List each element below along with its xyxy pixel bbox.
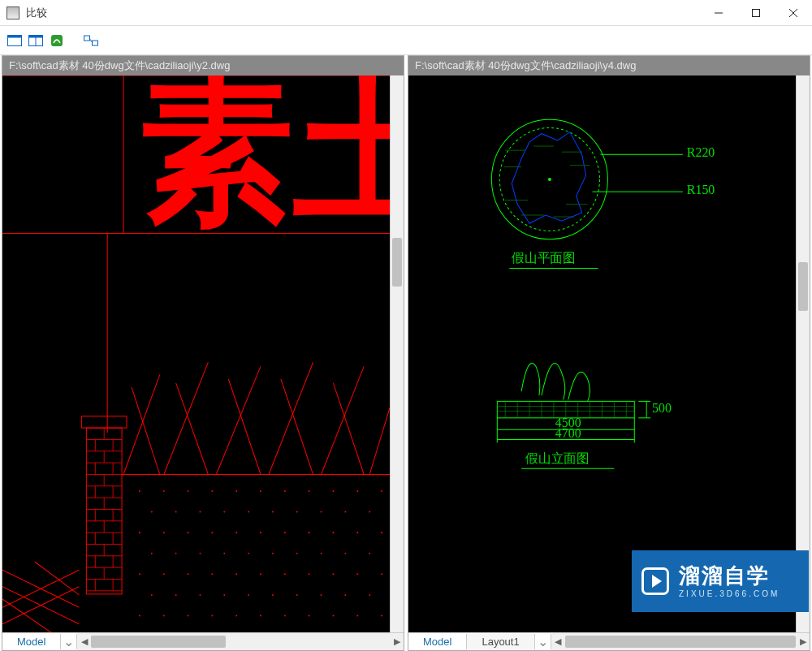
svg-point-126 xyxy=(321,594,322,596)
maximize-button[interactable] xyxy=(737,1,775,25)
svg-line-56 xyxy=(164,362,209,474)
toolbar xyxy=(0,26,812,55)
left-tabs: Model ⌄ xyxy=(2,633,77,650)
svg-point-91 xyxy=(235,532,237,533)
svg-point-116 xyxy=(332,573,334,575)
minimize-button[interactable] xyxy=(700,1,737,25)
svg-point-128 xyxy=(369,594,370,596)
tab-dropdown-icon[interactable]: ⌄ xyxy=(535,634,551,649)
window-controls xyxy=(700,1,812,25)
svg-point-117 xyxy=(356,573,358,575)
close-button[interactable] xyxy=(775,1,812,25)
svg-text:4700: 4700 xyxy=(555,426,581,440)
svg-line-62 xyxy=(322,366,365,474)
svg-point-66 xyxy=(139,490,140,492)
svg-point-114 xyxy=(284,573,286,575)
svg-point-98 xyxy=(151,553,153,554)
svg-point-99 xyxy=(175,553,177,554)
svg-point-107 xyxy=(369,553,370,554)
svg-line-63 xyxy=(333,383,364,475)
svg-point-103 xyxy=(272,553,274,554)
layout-single-icon[interactable] xyxy=(6,32,23,49)
svg-point-111 xyxy=(211,573,213,575)
svg-point-105 xyxy=(321,553,322,554)
svg-line-54 xyxy=(123,375,160,475)
left-pane-path: F:\soft\cad素材 40份dwg文件\cadziliaoji\y2.dw… xyxy=(2,56,404,75)
svg-point-136 xyxy=(309,614,310,616)
svg-point-123 xyxy=(248,594,249,596)
play-icon xyxy=(641,567,669,595)
svg-point-137 xyxy=(332,614,334,616)
left-viewport[interactable]: 素土 xyxy=(2,75,390,632)
svg-point-96 xyxy=(356,532,358,533)
svg-point-104 xyxy=(296,553,298,554)
svg-point-130 xyxy=(163,614,165,616)
svg-point-119 xyxy=(151,594,153,596)
elevation-label: 假山立面图 xyxy=(525,451,590,465)
svg-point-79 xyxy=(199,511,201,513)
svg-point-127 xyxy=(344,594,346,596)
svg-rect-1 xyxy=(753,9,760,16)
svg-point-132 xyxy=(211,614,213,616)
right-vertical-scrollbar[interactable] xyxy=(796,75,810,632)
left-vertical-scrollbar[interactable] xyxy=(390,75,404,632)
svg-point-94 xyxy=(309,532,310,533)
svg-point-78 xyxy=(175,511,177,513)
svg-point-110 xyxy=(188,573,189,575)
tab-dropdown-icon[interactable]: ⌄ xyxy=(61,634,77,649)
svg-point-87 xyxy=(139,532,140,533)
right-viewport[interactable]: R220 R150 假山平面图 xyxy=(408,75,796,632)
svg-point-92 xyxy=(260,532,261,533)
svg-point-77 xyxy=(151,511,153,513)
svg-point-115 xyxy=(309,573,310,575)
left-horizontal-scrollbar[interactable]: ◀ ▶ xyxy=(77,633,404,650)
svg-line-60 xyxy=(269,362,313,474)
svg-point-82 xyxy=(272,511,274,513)
watermark-main: 溜溜自学 xyxy=(679,563,780,588)
svg-point-121 xyxy=(199,594,201,596)
svg-line-64 xyxy=(369,408,390,475)
svg-point-101 xyxy=(223,553,225,554)
svg-point-74 xyxy=(332,490,334,492)
right-horizontal-scrollbar[interactable]: ◀ ▶ xyxy=(551,633,810,650)
link-views-icon[interactable] xyxy=(83,32,99,49)
tab-layout1[interactable]: Layout1 xyxy=(467,634,534,649)
plan-label: 假山平面图 xyxy=(512,251,576,265)
layout-split-icon[interactable] xyxy=(28,32,44,49)
svg-point-68 xyxy=(188,490,189,492)
svg-point-73 xyxy=(309,490,310,492)
svg-line-145 xyxy=(35,562,80,595)
right-tabs: Model Layout1 ⌄ xyxy=(408,633,551,650)
cad-big-text: 素土 xyxy=(140,75,390,238)
svg-line-57 xyxy=(176,383,209,475)
tab-model[interactable]: Model xyxy=(2,634,61,649)
svg-point-131 xyxy=(188,614,189,616)
right-pane-path: F:\soft\cad素材 40份dwg文件\cadziliaoji\y4.dw… xyxy=(408,56,810,75)
svg-line-58 xyxy=(216,366,261,474)
svg-point-135 xyxy=(284,614,286,616)
svg-point-75 xyxy=(356,490,358,492)
svg-point-139 xyxy=(381,614,382,616)
svg-point-129 xyxy=(139,614,140,616)
svg-point-88 xyxy=(163,532,165,533)
style-toggle-icon[interactable] xyxy=(49,32,65,49)
svg-rect-5 xyxy=(8,35,22,37)
svg-point-69 xyxy=(211,490,213,492)
svg-point-109 xyxy=(163,573,165,575)
svg-point-112 xyxy=(235,573,237,575)
svg-point-97 xyxy=(381,532,382,533)
svg-point-83 xyxy=(296,511,298,513)
svg-point-118 xyxy=(381,573,382,575)
app-icon xyxy=(6,6,19,19)
svg-point-89 xyxy=(188,532,189,533)
tab-model[interactable]: Model xyxy=(408,634,467,649)
svg-point-108 xyxy=(139,573,140,575)
svg-rect-17 xyxy=(81,416,127,428)
svg-point-84 xyxy=(321,511,322,513)
svg-point-102 xyxy=(248,553,249,554)
svg-text:R150: R150 xyxy=(687,183,715,196)
svg-point-120 xyxy=(175,594,177,596)
svg-line-55 xyxy=(132,387,160,475)
svg-point-125 xyxy=(296,594,298,596)
svg-rect-11 xyxy=(93,41,98,45)
